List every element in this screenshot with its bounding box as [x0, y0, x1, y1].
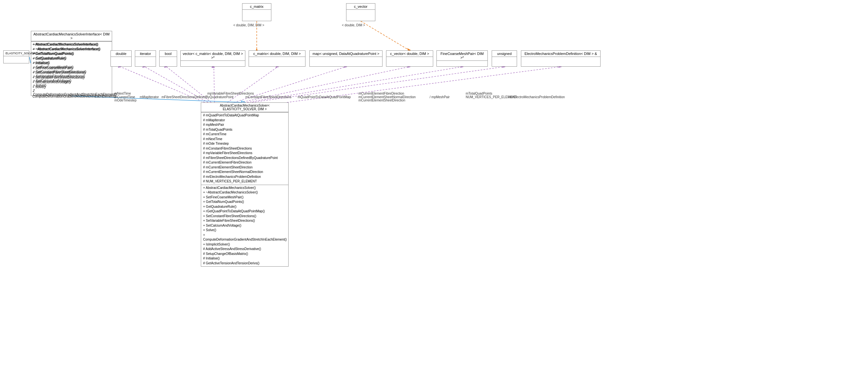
c-matrix-top-box: c_matrix [242, 3, 271, 21]
cmatrix-title: c_matrix< double, DIM, DIM > [249, 51, 305, 57]
main-class-methods: + AbstractCardiacMechanicsSolver() + ~Ab… [201, 185, 288, 267]
mmapiterator-label: mMaplterator [140, 95, 159, 99]
c-matrix-label: < double, DIM, DIM > [233, 23, 264, 27]
c-matrix-top-title: c_matrix [242, 4, 271, 10]
mcurrentelementfibre-label: mCurrentElementFibreDirection [359, 92, 404, 95]
double-title: double [111, 51, 131, 57]
electromechanics-title: ElectroMechanicsProblemDefinition< DIM >… [521, 51, 600, 57]
iterator-box: iterator [135, 50, 156, 67]
mquadpoint-label: mQuadPointToDataAtQuadPointMap [298, 95, 351, 99]
mpvariablefibre-label: mpVariableFibreSheetDirections [207, 92, 254, 95]
c-vector-label: < double, DIM > [342, 23, 365, 27]
bool-box: bool [159, 50, 177, 67]
diagram-container: c_matrix c_vector < double, DIM, DIM > <… [0, 0, 868, 384]
elasticity-solver-box: ELASTICITY_SOLVER [3, 50, 29, 63]
mnexttime-label: mNextTime [114, 92, 131, 95]
electromechanics-box: ElectroMechanicsProblemDefinition< DIM >… [521, 50, 600, 67]
c-vector-top-box: c_vector [346, 3, 375, 21]
vector-cmatrix-box: vector< c_matrix< double, DIM, DIM > >* [180, 50, 245, 67]
main-class-title: AbstractCardiacMechanicsSolver< ELASTICI… [201, 103, 288, 112]
map-unsigned-title: map< unsigned, DataAtQuadraturePoint > [310, 51, 382, 57]
unsigned-box: unsigned [492, 50, 517, 67]
modetimestep-label: mOdeTimestep [114, 98, 136, 102]
mtotalquadpoints-label: mTotalQuadPoints [466, 92, 492, 95]
double-box: double [111, 50, 132, 67]
vector-cmatrix-title: vector< c_matrix< double, DIM, DIM > >* [181, 51, 245, 61]
mconstantfibre-label: mConstantFibreSheetDirections [245, 95, 291, 99]
mcurrentelementsheetdir-label: mCurrentElementSheetDirection [359, 98, 405, 102]
main-class-members: # mQuadPointToDataAtQuadPointMap # mMapl… [201, 112, 288, 185]
c-vector-top-title: c_vector [346, 4, 375, 10]
cvector-title: c_vector< double, DIM > [386, 51, 433, 57]
cmatrix-box: c_matrix< double, DIM, DIM > [249, 50, 306, 67]
bool-title: bool [160, 51, 177, 57]
mrelectro-label: / mrElectroMechanicsProblemDefinition [508, 95, 565, 99]
unsigned-title: unsigned [492, 51, 517, 57]
svg-line-2 [361, 21, 409, 50]
finecoarse-box: FineCoarseMeshPair< DIM >* [436, 50, 488, 67]
interface-title: AbstractCardiacMechanicsSolverInterface<… [31, 31, 112, 41]
map-unsigned-box: map< unsigned, DataAtQuadraturePoint > [309, 50, 382, 67]
finecoarse-title: FineCoarseMeshPair< DIM >* [437, 51, 488, 61]
interface-methods-text: + AbstractCardiacMechanicsSolverInterfac… [32, 42, 111, 99]
iterator-title: iterator [135, 51, 156, 57]
mpmeshpair-label: / mpMeshPair [430, 95, 450, 99]
elasticity-title: ELASTICITY_SOLVER [4, 51, 29, 56]
main-class-box: AbstractCardiacMechanicsSolver< ELASTICI… [201, 102, 288, 267]
cvector-double-box: c_vector< double, DIM > [386, 50, 433, 67]
mfibresheet-label: mFibreSheetDirectionsDefinedByQuadrature… [161, 95, 233, 99]
